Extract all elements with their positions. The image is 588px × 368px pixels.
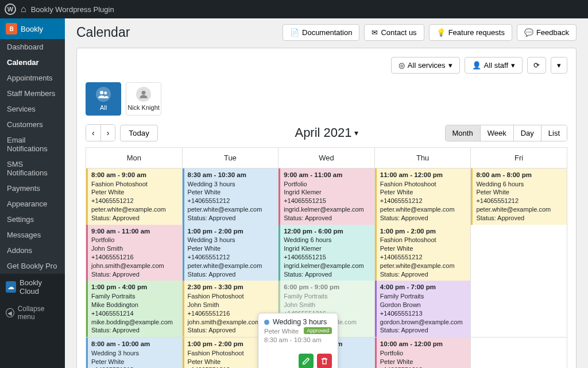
- staff-filter[interactable]: 👤All staff ▾: [465, 57, 523, 74]
- popover-service: Wedding 3 hours: [273, 318, 327, 326]
- sidebar-item-settings[interactable]: Settings: [0, 212, 65, 227]
- caret-down-icon: ▾: [448, 61, 452, 70]
- chat-icon: 💬: [524, 28, 533, 37]
- admin-sidebar: B Bookly DashboardCalendarAppointmentsSt…: [0, 18, 65, 368]
- avatar: [96, 87, 111, 102]
- calendar-cell[interactable]: 8:30 am - 10:30 amWedding 3 hoursPeter W…: [182, 168, 278, 338]
- feedback-button[interactable]: 💬Feedback: [517, 24, 577, 41]
- calendar-event[interactable]: 8:30 am - 10:30 amWedding 3 hoursPeter W…: [183, 168, 278, 225]
- service-color-dot: [264, 320, 269, 325]
- day-header: Fri: [471, 148, 567, 168]
- event-popover: Wedding 3 hours Peter WhiteApproved 8:30…: [258, 313, 338, 368]
- documentation-button[interactable]: 📄Documentation: [283, 24, 359, 41]
- calendar-title[interactable]: April 2021▾: [295, 125, 358, 140]
- caret-down-icon: ▾: [557, 61, 561, 70]
- status-badge: Approved: [304, 327, 332, 334]
- calendar-event[interactable]: 8:00 am - 9:00 amFashion PhotoshootPeter…: [86, 168, 182, 225]
- calendar-event[interactable]: 1:00 pm - 2:00 pmFashion PhotoshootPeter…: [375, 225, 471, 281]
- calendar-event[interactable]: 11:00 am - 12:00 pmFashion PhotoshootPet…: [375, 168, 471, 225]
- sidebar-item-addons[interactable]: Addons: [0, 243, 65, 258]
- calendar-cell[interactable]: 8:00 am - 8:00 pmWedding 6 hoursPeter Wh…: [471, 168, 567, 338]
- admin-bar: W ⌂ Bookly Wordpress Plugin: [0, 0, 588, 18]
- sidebar-item-calendar[interactable]: Calendar: [0, 55, 65, 70]
- today-button[interactable]: Today: [120, 125, 158, 141]
- calendar-cell[interactable]: 9:00 am - 11:00 amPortfolioIngrid Klemer…: [278, 168, 375, 338]
- mail-icon: ✉: [372, 28, 378, 37]
- day-header: Wed: [278, 148, 375, 168]
- staff-tab-nick-knight[interactable]: Nick Knight: [126, 82, 161, 116]
- calendar-event[interactable]: 8:00 am - 8:00 pmWedding 6 hoursPeter Wh…: [471, 168, 567, 225]
- collapse-icon: ◀: [6, 308, 14, 317]
- bulb-icon: 💡: [436, 28, 446, 37]
- prev-button[interactable]: ‹: [86, 125, 100, 141]
- cloud-icon: ☁: [6, 281, 16, 293]
- person-icon: 👤: [472, 61, 481, 70]
- calendar-event[interactable]: 1:00 pm - 2:00 pmWedding 3 hoursPeter Wh…: [183, 225, 278, 281]
- home-icon[interactable]: ⌂: [21, 4, 26, 14]
- sidebar-item-email-notifications[interactable]: Email Notifications: [0, 132, 65, 156]
- services-filter[interactable]: ◎All services ▾: [391, 57, 460, 74]
- cloud-label: Bookly Cloud: [20, 278, 59, 296]
- view-day-button[interactable]: Day: [513, 125, 541, 141]
- site-title[interactable]: Bookly Wordpress Plugin: [31, 5, 114, 14]
- view-list-button[interactable]: List: [541, 125, 567, 141]
- chevron-left-icon: ‹: [92, 128, 95, 137]
- calendar-event[interactable]: 1:00 pm - 4:00 pmFamily PortraitsMike Bo…: [86, 281, 182, 337]
- feature-button[interactable]: 💡Feature requests: [429, 24, 512, 41]
- caret-down-icon: ▾: [511, 61, 515, 70]
- menu-top-label: Bookly: [21, 25, 43, 33]
- contact-button[interactable]: ✉Contact us: [364, 24, 424, 41]
- staff-tab-all[interactable]: All: [86, 82, 121, 116]
- view-month-button[interactable]: Month: [446, 125, 480, 141]
- collapse-label: Collapse menu: [18, 305, 59, 321]
- chevron-right-icon: ›: [107, 128, 110, 137]
- calendar-event[interactable]: 10:00 am - 12:00 pmPortfolioPeter White+…: [375, 338, 471, 368]
- sidebar-item-sms-notifications[interactable]: SMS Notifications: [0, 156, 65, 181]
- calendar-event[interactable]: 12:00 pm - 6:00 pmWedding 6 hoursIngrid …: [278, 225, 374, 281]
- calendar-cell[interactable]: 9: [471, 338, 567, 368]
- popover-time: 8:30 am - 10:30 am: [264, 336, 332, 343]
- calendar-cell[interactable]: 11:00 am - 12:00 pmFashion PhotoshootPet…: [374, 168, 471, 338]
- calendar-cell[interactable]: 8:00 am - 10:00 amWedding 3 hoursPeter W…: [86, 338, 183, 368]
- popover-customer: Peter White: [264, 328, 299, 335]
- calendar-cell[interactable]: 10:00 am - 12:00 pmPortfolioPeter White+…: [374, 338, 471, 368]
- page-title: Calendar: [76, 25, 130, 40]
- refresh-button[interactable]: ⟳: [527, 57, 546, 74]
- sidebar-item-messages[interactable]: Messages: [0, 227, 65, 243]
- svg-point-1: [104, 91, 107, 94]
- delete-event-button[interactable]: [317, 354, 332, 368]
- calendar-event[interactable]: 8:00 am - 10:00 amWedding 3 hoursPeter W…: [86, 338, 182, 368]
- day-header: Thu: [374, 148, 471, 168]
- next-button[interactable]: ›: [100, 125, 115, 141]
- svg-point-2: [142, 91, 146, 95]
- edit-event-button[interactable]: [299, 354, 314, 368]
- sidebar-item-staff-members[interactable]: Staff Members: [0, 86, 65, 101]
- sidebar-item-customers[interactable]: Customers: [0, 117, 65, 132]
- calendar-event[interactable]: 4:00 pm - 7:00 pmFamily PortraitsGordon …: [375, 281, 471, 337]
- more-button[interactable]: ▾: [551, 57, 567, 74]
- refresh-icon: ⟳: [533, 61, 540, 70]
- sidebar-item-services[interactable]: Services: [0, 101, 65, 117]
- sidebar-item-get-bookly-pro[interactable]: Get Bookly Pro: [0, 258, 65, 274]
- sidebar-item-payments[interactable]: Payments: [0, 181, 65, 196]
- day-header: Tue: [182, 148, 278, 168]
- wordpress-logo-icon[interactable]: W: [5, 3, 16, 15]
- menu-bookly-cloud[interactable]: ☁ Bookly Cloud: [0, 274, 65, 300]
- calendar-cell[interactable]: 8:00 am - 9:00 amFashion PhotoshootPeter…: [86, 168, 183, 338]
- sidebar-item-appointments[interactable]: Appointments: [0, 70, 65, 86]
- bookly-icon: B: [6, 23, 17, 34]
- target-icon: ◎: [399, 61, 405, 70]
- collapse-menu[interactable]: ◀ Collapse menu: [0, 300, 65, 325]
- caret-down-icon: ▾: [354, 128, 358, 137]
- main-content: Calendar 📄Documentation ✉Contact us 💡Fea…: [65, 18, 588, 368]
- avatar: [136, 87, 151, 102]
- day-header: Mon: [86, 148, 183, 168]
- sidebar-item-dashboard[interactable]: Dashboard: [0, 39, 65, 55]
- calendar-event[interactable]: 9:00 am - 11:00 amPortfolioIngrid Klemer…: [278, 168, 374, 225]
- menu-top-bookly[interactable]: B Bookly: [0, 18, 65, 39]
- calendar-card: ◎All services ▾ 👤All staff ▾ ⟳ ▾ AllNick…: [76, 48, 577, 368]
- view-week-button[interactable]: Week: [480, 125, 513, 141]
- sidebar-item-appearance[interactable]: Appearance: [0, 196, 65, 212]
- doc-icon: 📄: [290, 28, 299, 37]
- calendar-event[interactable]: 9:00 am - 11:00 amPortfolioJohn Smith+14…: [86, 225, 182, 281]
